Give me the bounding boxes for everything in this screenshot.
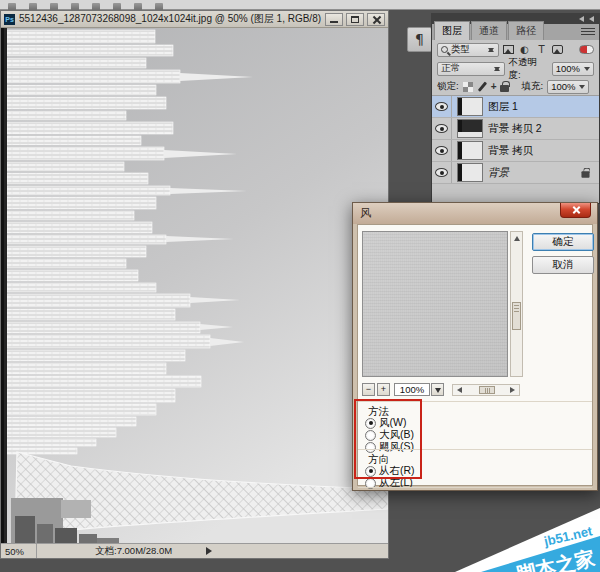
layer-name[interactable]: 背景 拷贝 2 (488, 122, 542, 136)
layers-list: 图层 1 背景 拷贝 2 背景 拷贝 背景 (432, 95, 599, 184)
layer-row-layer1[interactable]: 图层 1 (432, 96, 599, 118)
zoom-out-button[interactable]: − (362, 383, 375, 396)
search-icon (441, 46, 448, 53)
preview-horizontal-scrollbar[interactable] (452, 384, 520, 396)
lock-all-icon[interactable] (500, 85, 509, 92)
background-lock-icon (581, 171, 589, 177)
eye-icon (435, 146, 448, 155)
filter-preview[interactable] (362, 231, 508, 377)
layer-row-bg-copy[interactable]: 背景 拷贝 (432, 140, 599, 162)
zoom-in-button[interactable]: + (377, 383, 390, 396)
collapse-panels-icon (576, 16, 584, 22)
divider (358, 401, 592, 402)
blend-mode-value: 正常 (441, 62, 460, 75)
filter-pixel-layers-icon[interactable] (503, 45, 514, 54)
fill-value: 100% (551, 81, 575, 92)
radio-stagger[interactable]: 飓风(S) (365, 440, 414, 454)
visibility-toggle[interactable] (432, 140, 452, 161)
paragraph-panel-button[interactable]: ¶ (407, 27, 432, 52)
filter-type-label: 类型 (451, 43, 470, 56)
tab-channels[interactable]: 通道 (471, 21, 507, 40)
layer-name[interactable]: 背景 拷贝 (488, 144, 533, 158)
scroll-up-icon[interactable] (512, 233, 521, 242)
visibility-toggle[interactable] (432, 162, 452, 183)
layer-filter-toggle[interactable] (579, 45, 594, 54)
radio-icon (365, 442, 376, 453)
document-size-info: 文档:7.00M/28.0M (95, 545, 172, 558)
preview-zoom-value: 100% (394, 383, 430, 396)
layer-name[interactable]: 图层 1 (488, 100, 518, 114)
wind-filter-dialog: 风 确定 取消 − + 100% 方法 (352, 202, 598, 491)
photoshop-file-icon: Ps (4, 14, 15, 25)
document-status-bar: 50% 文档:7.00M/28.0M (1, 543, 388, 558)
layer-thumbnail[interactable] (457, 141, 483, 160)
image-canvas[interactable] (1, 28, 388, 544)
divider (358, 487, 592, 488)
options-bar (0, 0, 600, 10)
eye-icon (435, 124, 448, 133)
zoom-dropdown-button[interactable] (431, 383, 444, 396)
dialog-body: 确定 取消 − + 100% 方法 风(W) 大风(B) (357, 224, 593, 486)
dropdown-arrows-icon (488, 45, 495, 54)
paragraph-panel-icon: ¶ (415, 31, 424, 47)
lock-label: 锁定: (437, 80, 459, 93)
collapse-panels-icon (586, 16, 594, 22)
dropdown-arrow-icon (579, 85, 585, 92)
opacity-field[interactable]: 100% (552, 62, 594, 76)
city-skyline-image (1, 28, 388, 544)
document-titlebar[interactable]: Ps 5512436_1287073268098_1024x1024it.jpg… (1, 11, 388, 28)
panel-menu-icon[interactable] (581, 26, 595, 37)
layer-row-bg-copy2[interactable]: 背景 拷贝 2 (432, 118, 599, 140)
fill-label: 填充: (521, 80, 543, 93)
lock-transparent-pixels-icon[interactable] (463, 82, 473, 92)
scrollbar-thumb[interactable] (512, 302, 521, 330)
layer-name[interactable]: 背景 (488, 166, 509, 180)
layer-thumbnail[interactable] (457, 119, 483, 138)
dialog-title: 风 (360, 206, 371, 221)
radio-icon (365, 430, 376, 441)
filter-type-layers-icon[interactable]: T (535, 44, 548, 55)
blend-mode-dropdown[interactable]: 正常 (437, 62, 505, 76)
document-window: Ps 5512436_1287073268098_1024x1024it.jpg… (0, 10, 389, 559)
minimize-button[interactable] (325, 13, 343, 26)
dialog-close-button[interactable] (560, 203, 591, 218)
status-options-arrow-icon[interactable] (206, 547, 216, 555)
scroll-left-icon[interactable] (454, 387, 462, 393)
opacity-value: 100% (556, 63, 580, 74)
filter-shape-layers-icon[interactable] (552, 45, 563, 54)
layer-thumbnail[interactable] (457, 163, 483, 182)
layers-panel: 图层 通道 路径 类型 ◐ T 正常 不透明度: 100% (431, 24, 600, 204)
minimize-icon (330, 21, 338, 23)
dropdown-arrow-icon (584, 67, 590, 74)
eye-icon (435, 168, 448, 177)
filter-type-dropdown[interactable]: 类型 (437, 43, 499, 57)
watermark: jb51.net 脚本之家 (455, 506, 600, 572)
preview-vertical-scrollbar[interactable] (510, 231, 523, 377)
radio-selected-icon (365, 418, 376, 429)
layer-thumbnail[interactable] (457, 97, 483, 116)
lock-image-pixels-icon[interactable] (477, 82, 487, 92)
cancel-button[interactable]: 取消 (532, 256, 594, 274)
tab-paths[interactable]: 路径 (508, 21, 544, 40)
opacity-label: 不透明度: (509, 56, 548, 82)
filter-adjustment-layers-icon[interactable]: ◐ (518, 44, 531, 55)
photoshop-workspace: Ps 5512436_1287073268098_1024x1024it.jpg… (0, 0, 600, 572)
radio-label: 飓风(S) (379, 440, 414, 454)
tab-layers[interactable]: 图层 (434, 21, 470, 40)
visibility-toggle[interactable] (432, 118, 452, 139)
panel-tab-bar: 图层 通道 路径 (432, 24, 599, 40)
lock-position-icon[interactable]: + (491, 82, 497, 92)
fill-field[interactable]: 100% (547, 80, 589, 94)
scrollbar-thumb[interactable] (479, 386, 495, 394)
visibility-toggle[interactable] (432, 96, 452, 117)
eye-icon (435, 102, 448, 111)
zoom-level-field[interactable]: 50% (1, 544, 37, 558)
maximize-icon (351, 16, 359, 23)
preview-zoom-controls: − + 100% (358, 383, 592, 398)
ok-button[interactable]: 确定 (532, 233, 594, 251)
divider (358, 449, 592, 450)
close-button[interactable] (367, 13, 385, 26)
scroll-right-icon[interactable] (510, 387, 518, 393)
maximize-button[interactable] (346, 13, 364, 26)
layer-row-background[interactable]: 背景 (432, 162, 599, 184)
